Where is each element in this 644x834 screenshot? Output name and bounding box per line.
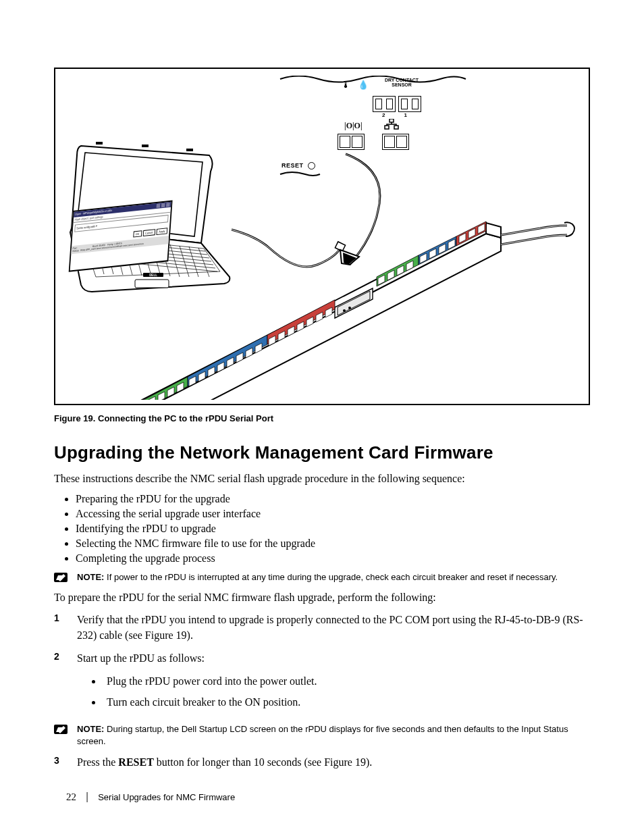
list-item: Identifying the rPDU to upgrade <box>76 523 590 535</box>
note-label: NOTE: <box>77 724 104 734</box>
svg-marker-11 <box>343 253 356 265</box>
intro-paragraph: These instructions describe the NMC seri… <box>54 471 590 486</box>
reset-button-icon <box>308 162 315 170</box>
step-3-post: button for longer than 10 seconds (see F… <box>154 756 372 768</box>
svg-rect-9 <box>335 242 345 251</box>
svg-marker-21 <box>267 300 335 344</box>
port-2-num: 2 <box>382 112 404 118</box>
footer-title: Serial Upgrades for NMC Firmware <box>98 792 235 802</box>
svg-text:DELL: DELL <box>149 273 157 277</box>
step-3: 3 Press the RESET button for longer than… <box>54 755 590 770</box>
sensor-glyphs-icon: 🌡 💧 <box>342 80 371 90</box>
steps-list-cont: 3 Press the RESET button for longer than… <box>54 755 590 770</box>
svg-rect-0 <box>390 119 394 122</box>
list-item: Accessing the serial upgrade user interf… <box>76 508 590 520</box>
svg-marker-14 <box>486 223 501 238</box>
step-text: Start up the rPDU as follows: Plug the r… <box>77 651 590 715</box>
dry-contact-numbers: 21 <box>382 112 426 118</box>
page-footer: 22 | Serial Upgrades for NMC Firmware <box>66 791 235 803</box>
note-pencil-icon <box>54 723 68 735</box>
note-body: If power to the rPDU is interrupted at a… <box>107 572 558 582</box>
page-number: 22 <box>66 791 76 803</box>
reset-text: RESET <box>281 162 304 169</box>
dry-contact-label: DRY CONTACT SENSOR <box>385 78 419 87</box>
step-2-sublist: Plug the rPDU power cord into the power … <box>96 674 590 710</box>
svg-marker-22 <box>377 255 419 286</box>
network-icon <box>383 119 400 132</box>
note-text-2: NOTE: During startup, the Dell Startup L… <box>77 723 590 747</box>
note-label: NOTE: <box>77 572 104 582</box>
svg-marker-10 <box>340 250 359 265</box>
svg-point-18 <box>348 307 351 309</box>
figure-19-frame: 🌡 💧 DRY CONTACT SENSOR 21 |O|O| <box>54 68 590 405</box>
svg-rect-7 <box>142 145 149 147</box>
step-3-pre: Press the <box>77 756 118 768</box>
step-2-lead: Start up the rPDU as follows: <box>77 652 205 664</box>
step-text: Verify that the rPDU you intend to upgra… <box>77 613 590 643</box>
dry-contact-port-1-icon <box>398 96 421 112</box>
note-body: During startup, the Dell Startup LCD scr… <box>77 724 568 746</box>
document-page: 🌡 💧 DRY CONTACT SENSOR 21 |O|O| <box>0 0 644 834</box>
note-text-1: NOTE: If power to the rPDU is interrupte… <box>77 571 590 583</box>
svg-rect-3 <box>135 280 169 288</box>
prepare-paragraph: To prepare the rPDU for the serial NMC f… <box>54 590 590 605</box>
svg-rect-6 <box>96 142 103 145</box>
svg-marker-20 <box>188 335 267 386</box>
step-number: 1 <box>54 613 77 643</box>
dry-contact-line1: DRY CONTACT <box>385 78 419 82</box>
note-pencil-icon <box>54 571 68 583</box>
serial-port-icon <box>338 134 365 150</box>
note-block-2: NOTE: During startup, the Dell Startup L… <box>54 723 590 747</box>
laptop-screen-window: Open - MPUspel/MpMX2/s-x-t.d9x Flash obj… <box>69 200 173 271</box>
reset-label: RESET <box>281 162 315 170</box>
list-item: Preparing the rPDU for the upgrade <box>76 493 590 505</box>
svg-rect-8 <box>186 149 193 151</box>
comm-ports-row <box>338 134 409 150</box>
diagram-canvas: 🌡 💧 DRY CONTACT SENSOR 21 |O|O| <box>76 76 568 394</box>
step-text: Press the RESET button for longer than 1… <box>77 755 590 770</box>
dry-contact-ports <box>373 96 421 112</box>
step-number: 2 <box>54 651 77 715</box>
footer-separator-icon: | <box>86 791 88 803</box>
dry-contact-port-2-icon <box>373 96 396 112</box>
svg-marker-23 <box>419 236 456 265</box>
ethernet-port-icon <box>382 134 409 150</box>
svg-marker-19 <box>108 377 188 400</box>
step-3-bold: RESET <box>118 756 153 768</box>
svg-point-17 <box>343 309 346 312</box>
laptop-illustration: DELL Open - MPUspel/MpMX2/s-x-t.d9x Flas… <box>61 135 236 297</box>
serial-glyph-label: |O|O| <box>344 121 363 131</box>
note-block-1: NOTE: If power to the rPDU is interrupte… <box>54 571 590 583</box>
svg-marker-15 <box>335 288 373 318</box>
list-item: Plug the rPDU power cord into the power … <box>103 674 590 689</box>
svg-rect-1 <box>385 126 389 129</box>
steps-list: 1 Verify that the rPDU you intend to upg… <box>54 613 590 715</box>
rpdu-panel-closeup: 🌡 💧 DRY CONTACT SENSOR 21 |O|O| <box>278 76 481 184</box>
svg-marker-24 <box>456 221 486 246</box>
step-2: 2 Start up the rPDU as follows: Plug the… <box>54 651 590 715</box>
step-1: 1 Verify that the rPDU you intend to upg… <box>54 613 590 643</box>
list-item: Selecting the NMC firmware file to use f… <box>76 538 590 550</box>
list-item: Turn each circuit breaker to the ON posi… <box>103 695 590 710</box>
list-item: Completing the upgrade process <box>76 552 590 565</box>
port-1-num: 1 <box>404 112 425 118</box>
svg-marker-16 <box>338 291 370 315</box>
step-number: 3 <box>54 755 77 770</box>
figure-caption: Figure 19. Connecting the PC to the rPDU… <box>54 413 590 423</box>
sequence-list: Preparing the rPDU for the upgrade Acces… <box>76 493 590 565</box>
dry-contact-line2: SENSOR <box>385 82 419 87</box>
section-heading: Upgrading the Network Management Card Fi… <box>54 442 590 463</box>
svg-rect-2 <box>394 126 398 129</box>
